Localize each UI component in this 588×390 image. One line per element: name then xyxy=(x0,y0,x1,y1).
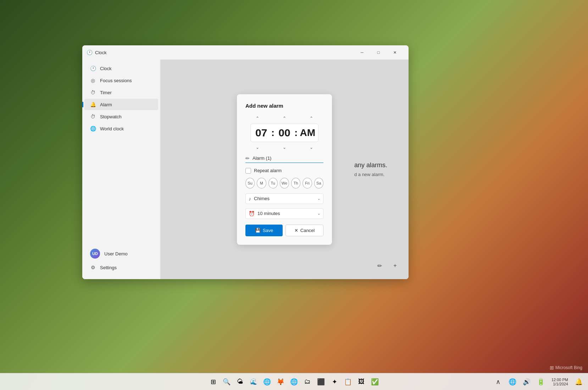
chevron-up-icon[interactable]: ∧ xyxy=(492,375,505,388)
battery-icon[interactable]: 🔋 xyxy=(534,375,547,388)
taskbar-chrome2[interactable]: 🌐 xyxy=(288,375,300,388)
taskbar-widgets[interactable]: 🌤 xyxy=(234,375,246,388)
day-fri-button[interactable]: Fri xyxy=(303,178,312,188)
maximize-button[interactable]: □ xyxy=(370,47,387,58)
sidebar-item-timer[interactable]: ⏱ Timer xyxy=(84,87,158,98)
repeat-label: Repeat alarm xyxy=(254,168,282,173)
notification-icon[interactable]: 🔔 xyxy=(572,375,585,388)
sidebar-item-stopwatch[interactable]: ⏱ Stopwatch xyxy=(84,111,158,122)
minutes-down-button[interactable]: ⌄ xyxy=(280,143,289,151)
close-button[interactable]: ✕ xyxy=(387,47,403,58)
minutes-display: 00 xyxy=(275,127,294,139)
ampm-down-button[interactable]: ⌄ xyxy=(307,143,316,151)
sidebar-item-clock[interactable]: 🕐 Clock xyxy=(84,63,158,74)
date-display-taskbar: 1/1/2024 xyxy=(551,382,568,386)
day-sa-button[interactable]: Sa xyxy=(314,178,323,188)
sidebar-item-clock-label: Clock xyxy=(100,66,112,71)
alarm-dialog: Add new alarm ⌃ ⌃ xyxy=(237,94,332,245)
taskbar-files[interactable]: 🗂 xyxy=(301,375,314,388)
save-icon: 💾 xyxy=(255,228,261,233)
taskbar-terminal[interactable]: ⬛ xyxy=(315,375,327,388)
sound-value: Chimes xyxy=(254,196,315,201)
action-buttons: 💾 Save ✕ Cancel xyxy=(245,225,323,236)
bing-icon: ⊞ xyxy=(550,365,554,371)
taskbar-right: ∧ 🌐 🔊 🔋 12:00 PM 1/1/2024 🔔 xyxy=(492,375,585,388)
sound-chevron-icon: ⌄ xyxy=(317,197,320,200)
sidebar-item-alarm[interactable]: 🔔 Alarm xyxy=(84,99,158,110)
day-selector: Su M Tu We Th Fri Sa xyxy=(245,178,323,188)
volume-icon[interactable]: 🔊 xyxy=(520,375,533,388)
music-icon: ♪ xyxy=(249,196,251,202)
taskbar-search[interactable]: 🔍 xyxy=(220,375,233,388)
stopwatch-icon: ⏱ xyxy=(90,114,96,119)
save-label: Save xyxy=(263,228,273,233)
sidebar: 🕐 Clock ◎ Focus sessions ⏱ Timer 🔔 Alarm… xyxy=(82,60,160,279)
dialog-title: Add new alarm xyxy=(245,103,323,109)
ampm-display: AM xyxy=(298,127,317,139)
start-button[interactable]: ⊞ xyxy=(207,375,220,388)
taskbar-edge[interactable]: 🌊 xyxy=(247,375,260,388)
user-name-label: User Demo xyxy=(104,251,128,256)
colon2: : xyxy=(294,127,298,139)
taskbar-clock[interactable]: ✅ xyxy=(368,375,381,388)
repeat-checkbox[interactable] xyxy=(245,168,251,174)
sidebar-item-focus[interactable]: ◎ Focus sessions xyxy=(84,75,158,86)
sound-dropdown[interactable]: ♪ Chimes ⌄ xyxy=(245,193,323,204)
colon1: : xyxy=(271,127,275,139)
window-title: Clock xyxy=(95,50,107,55)
taskbar-notes[interactable]: 📋 xyxy=(342,375,354,388)
hours-up-button[interactable]: ⌃ xyxy=(253,114,262,122)
network-icon[interactable]: 🌐 xyxy=(506,375,519,388)
snooze-value: 10 minutes xyxy=(257,211,315,216)
timer-icon: ⏱ xyxy=(90,90,96,95)
sidebar-item-focus-label: Focus sessions xyxy=(100,78,132,83)
taskbar-firefox[interactable]: 🦊 xyxy=(274,375,287,388)
alarm-name-row: ✏ xyxy=(245,156,323,163)
sidebar-item-settings[interactable]: ⚙ Settings xyxy=(84,262,158,273)
cancel-button[interactable]: ✕ Cancel xyxy=(285,225,323,236)
day-su-button[interactable]: Su xyxy=(245,178,255,188)
ampm-up-button[interactable]: ⌃ xyxy=(307,114,316,122)
settings-label: Settings xyxy=(100,265,117,270)
title-bar-left: 🕐 Clock xyxy=(87,50,107,55)
taskbar: ⊞ 🔍 🌤 🌊 🌐 🦊 🌐 🗂 ⬛ ✦ 📋 🖼 ✅ ∧ 🌐 🔊 🔋 12:00 … xyxy=(0,373,588,390)
day-tu-button[interactable]: Tu xyxy=(268,178,278,188)
title-bar: 🕐 Clock ─ □ ✕ xyxy=(82,45,409,60)
snooze-chevron-icon: ⌄ xyxy=(317,211,320,215)
alarm-name-input[interactable] xyxy=(253,156,323,161)
day-we-button[interactable]: We xyxy=(280,178,289,188)
snooze-dropdown[interactable]: ⏰ 10 minutes ⌄ xyxy=(245,208,323,219)
time-display-taskbar: 12:00 PM xyxy=(551,378,568,382)
day-m-button[interactable]: M xyxy=(257,178,266,188)
taskbar-chrome[interactable]: 🌐 xyxy=(261,375,273,388)
sidebar-item-stopwatch-label: Stopwatch xyxy=(100,114,122,119)
taskbar-chatgpt[interactable]: ✦ xyxy=(328,375,341,388)
hours-display: 07 xyxy=(252,127,271,139)
minimize-button[interactable]: ─ xyxy=(354,47,370,58)
app-window: 🕐 Clock ─ □ ✕ 🕐 Clock ◎ Focus sessions ⏱… xyxy=(82,45,409,279)
alarm-icon: 🔔 xyxy=(90,102,96,107)
hours-down-button[interactable]: ⌄ xyxy=(253,143,262,151)
sidebar-item-timer-label: Timer xyxy=(100,90,112,95)
clock-app-icon: 🕐 xyxy=(87,50,92,55)
cancel-icon: ✕ xyxy=(294,228,298,233)
taskbar-photos[interactable]: 🖼 xyxy=(355,375,368,388)
app-body: 🕐 Clock ◎ Focus sessions ⏱ Timer 🔔 Alarm… xyxy=(82,60,409,279)
sidebar-bottom: UD User Demo ⚙ Settings xyxy=(82,243,160,276)
clock-icon: 🕐 xyxy=(90,66,96,71)
window-controls: ─ □ ✕ xyxy=(354,47,403,58)
settings-icon: ⚙ xyxy=(90,265,96,270)
repeat-row: Repeat alarm xyxy=(245,168,323,174)
taskbar-time[interactable]: 12:00 PM 1/1/2024 xyxy=(549,378,571,386)
taskbar-center: ⊞ 🔍 🌤 🌊 🌐 🦊 🌐 🗂 ⬛ ✦ 📋 🖼 ✅ xyxy=(207,375,381,388)
time-display: 07 : 00 : AM xyxy=(250,124,319,142)
sidebar-item-alarm-label: Alarm xyxy=(100,102,112,107)
day-th-button[interactable]: Th xyxy=(291,178,300,188)
sidebar-item-worldclock-label: World clock xyxy=(100,126,124,131)
edit-icon: ✏ xyxy=(245,156,250,161)
modal-overlay: Add new alarm ⌃ ⌃ xyxy=(160,60,409,279)
minutes-up-button[interactable]: ⌃ xyxy=(280,114,289,122)
sidebar-item-worldclock[interactable]: 🌐 World clock xyxy=(84,123,158,134)
save-button[interactable]: 💾 Save xyxy=(245,225,283,236)
sidebar-item-user[interactable]: UD User Demo xyxy=(84,246,158,261)
